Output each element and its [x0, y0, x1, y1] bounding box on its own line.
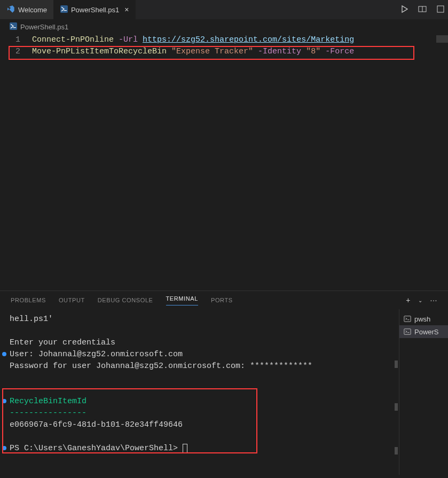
svg-rect-3 — [437, 6, 444, 12]
powershell-icon — [60, 5, 68, 14]
terminal-line — [10, 431, 389, 443]
terminal-line: Enter your credentials — [10, 337, 389, 349]
tab-bar: Welcome PowerShell.ps1 × — [0, 0, 448, 19]
svg-rect-5 — [404, 316, 411, 322]
session-label: pwsh — [414, 315, 430, 323]
scroll-marker — [395, 447, 398, 455]
tab-problems[interactable]: PROBLEMS — [11, 297, 46, 303]
terminal-line — [10, 325, 389, 337]
tab-powershell-label: PowerShell.ps1 — [71, 6, 119, 14]
more-icon[interactable]: ··· — [430, 296, 437, 304]
tab-debug-console[interactable]: DEBUG CONSOLE — [98, 297, 153, 303]
terminal[interactable]: hell.ps1' Enter your credentials User: J… — [0, 309, 399, 475]
line-number: 1 — [0, 34, 32, 46]
status-dot-icon — [2, 399, 6, 403]
svg-rect-6 — [404, 329, 411, 335]
panel-tabs: PROBLEMS OUTPUT DEBUG CONSOLE TERMINAL P… — [0, 291, 448, 309]
session-label: PowerS — [414, 328, 439, 336]
breadcrumb[interactable]: PowerShell.ps1 — [0, 19, 448, 34]
minimap[interactable] — [436, 35, 448, 43]
tab-terminal[interactable]: TERMINAL — [166, 295, 198, 305]
terminal-line: ---------------- — [10, 408, 389, 419]
terminal-line: Password for user Johannal@szg52.onmicro… — [10, 361, 389, 372]
close-icon[interactable]: × — [124, 6, 129, 13]
terminal-prompt: PS C:\Users\GaneshYadav\PowerShell> — [10, 443, 389, 455]
new-terminal-icon[interactable]: + — [406, 296, 411, 304]
terminal-icon — [404, 315, 411, 323]
line-number: 2 — [0, 46, 32, 58]
tab-ports[interactable]: PORTS — [211, 297, 233, 303]
scroll-marker — [395, 403, 398, 411]
panel-actions: + ⌄ ··· — [406, 296, 437, 304]
status-dot-icon — [2, 352, 6, 356]
breadcrumb-label: PowerShell.ps1 — [20, 23, 68, 31]
terminal-line — [10, 384, 389, 396]
run-icon[interactable] — [400, 5, 408, 15]
terminal-sidebar: pwsh PowerS — [399, 309, 448, 475]
chevron-down-icon[interactable]: ⌄ — [418, 297, 423, 303]
tab-welcome-label: Welcome — [18, 6, 47, 14]
terminal-line: hell.ps1' — [10, 314, 389, 325]
tab-welcome[interactable]: Welcome — [0, 0, 54, 19]
terminal-line: User: Johannal@szg52.onmicrosoft.com — [10, 349, 389, 361]
split-icon[interactable] — [418, 5, 427, 15]
terminal-line — [10, 372, 389, 384]
terminal-line: RecycleBinItemId — [10, 396, 389, 408]
editor[interactable]: 1 Connect-PnPOnline -Url https://szg52.s… — [0, 34, 448, 291]
scroll-marker — [395, 361, 398, 368]
terminal-icon — [404, 328, 411, 335]
terminal-session-powershell[interactable]: PowerS — [399, 325, 448, 338]
code-line[interactable]: 2 Move-PnPListItemToRecycleBin "Expense … — [0, 46, 448, 58]
panel: PROBLEMS OUTPUT DEBUG CONSOLE TERMINAL P… — [0, 291, 448, 475]
panel-body: hell.ps1' Enter your credentials User: J… — [0, 309, 448, 475]
tab-output[interactable]: OUTPUT — [59, 297, 85, 303]
terminal-session-pwsh[interactable]: pwsh — [399, 312, 448, 325]
status-dot-icon — [2, 446, 6, 450]
terminal-line: e066967a-6fc9-481d-b101-82e34ff49646 — [10, 419, 389, 431]
tab-actions — [400, 5, 448, 15]
cursor — [183, 444, 187, 453]
tab-powershell[interactable]: PowerShell.ps1 × — [54, 0, 136, 19]
vscode-icon — [6, 5, 15, 15]
other-icon[interactable] — [436, 5, 445, 15]
powershell-icon — [10, 22, 17, 32]
code-line[interactable]: 1 Connect-PnPOnline -Url https://szg52.s… — [0, 34, 448, 46]
